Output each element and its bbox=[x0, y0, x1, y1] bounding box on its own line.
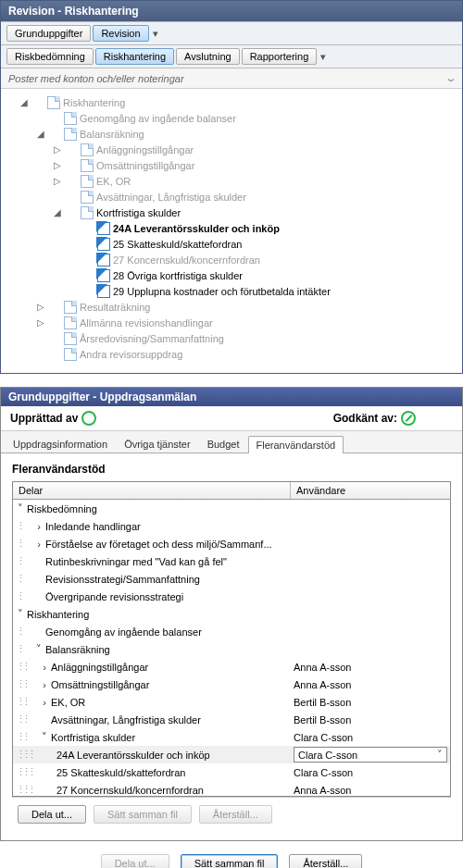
tab-grunduppgifter[interactable]: Grunduppgifter bbox=[6, 25, 91, 42]
tree-row[interactable]: ▸Genomgång av ingående balanser bbox=[1, 110, 458, 126]
pen-icon bbox=[97, 238, 110, 251]
toolbar-sub: Riskbedömning Riskhantering Avslutning R… bbox=[1, 44, 462, 68]
outer-satt-samman-button[interactable]: Sätt samman fil bbox=[181, 854, 279, 868]
tab-uppdragsinformation[interactable]: Uppdragsinformation bbox=[5, 435, 116, 453]
grid: Delar Användare ˅Riskbedömning ⋮›Inledan… bbox=[12, 481, 451, 797]
tabs-panel2: Uppdragsinformation Övriga tjänster Budg… bbox=[1, 431, 462, 453]
grid-row[interactable]: ⋮⋮›OmsättningstillgångarAnna A-sson bbox=[13, 676, 450, 693]
tab-ovriga-tjanster[interactable]: Övriga tjänster bbox=[116, 435, 199, 453]
grid-row[interactable]: ⋮›Övergripande revisionsstrategi bbox=[13, 588, 450, 605]
grid-row[interactable]: ⋮˅Balansräkning bbox=[13, 640, 450, 658]
collapse-icon[interactable]: ◢ bbox=[34, 127, 47, 142]
satt-samman-button: Sätt samman fil bbox=[94, 805, 192, 824]
grid-row[interactable]: ⋮⋮›Avsättningar, Långfristiga skulderBer… bbox=[13, 711, 450, 728]
grid-row[interactable]: ˅Riskbedömning bbox=[13, 500, 450, 517]
tree-row[interactable]: ▸Andra revisorsuppdrag bbox=[1, 346, 458, 362]
grid-row[interactable]: ⋮›Förståelse av företaget och dess miljö… bbox=[13, 535, 450, 552]
expand-icon[interactable]: ▷ bbox=[51, 174, 64, 189]
expand-icon[interactable]: ▷ bbox=[51, 143, 64, 157]
expand-icon[interactable]: ▷ bbox=[34, 300, 47, 315]
status-slash-icon[interactable] bbox=[401, 411, 416, 426]
revision-panel: Revision - Riskhantering Grunduppgifter … bbox=[0, 0, 463, 374]
tab-budget[interactable]: Budget bbox=[199, 435, 248, 453]
grid-row[interactable]: ⋮⋮›AnläggningstillgångarAnna A-sson bbox=[13, 658, 450, 676]
expand-icon[interactable]: › bbox=[40, 662, 49, 673]
tree-row[interactable]: ▸Årsredovisning/Sammanfattning bbox=[1, 330, 458, 346]
tree-row[interactable]: ▷Allmänna revisionshandlingar bbox=[1, 315, 458, 330]
col-anvandare[interactable]: Användare bbox=[291, 482, 450, 499]
tab-riskbedomning[interactable]: Riskbedömning bbox=[6, 48, 94, 65]
grid-row[interactable]: ˅Riskhantering bbox=[13, 605, 450, 623]
expand-icon[interactable]: › bbox=[34, 521, 44, 532]
tab-riskhantering[interactable]: Riskhantering bbox=[95, 48, 174, 65]
panel2-title: Grunduppgifter - Uppdragsanmälan bbox=[1, 388, 462, 406]
tree-row[interactable]: ▸Avsättningar, Långfristiga skulder bbox=[1, 189, 458, 205]
collapse-icon[interactable]: ◢ bbox=[51, 205, 64, 220]
tree-row[interactable]: ◢Kortfristiga skulder bbox=[1, 205, 458, 220]
grid-row[interactable]: ⋮›Revisionsstrategi/Sammanfattning bbox=[13, 570, 450, 588]
grid-body[interactable]: ˅Riskbedömning ⋮›Inledande handlingar ⋮›… bbox=[13, 500, 450, 796]
grid-row[interactable]: ⋮⋮˅Kortfristiga skulderClara C-sson bbox=[13, 728, 450, 746]
expand-icon[interactable]: › bbox=[34, 539, 44, 550]
outer-button-row: Dela ut... Sätt samman fil Återställ... bbox=[0, 841, 463, 868]
expand-icon[interactable]: › bbox=[40, 679, 49, 690]
tree-row[interactable]: ▸27 Koncernskuld/koncernfordran bbox=[1, 252, 458, 267]
tree-row[interactable]: ▸29 Upplupna kostnader och förutbetalda … bbox=[1, 283, 458, 299]
collapse-icon[interactable]: ˅ bbox=[16, 502, 25, 515]
grid-row-selected[interactable]: ⋮⋮⋮›24A Leverantörsskulder och inköpClar… bbox=[13, 746, 450, 763]
col-delar[interactable]: Delar bbox=[13, 482, 291, 499]
approval-bar: Upprättad av Godkänt av: bbox=[1, 406, 462, 431]
expand-icon[interactable]: › bbox=[40, 697, 49, 708]
outer-aterstall-button[interactable]: Återställ... bbox=[289, 854, 362, 868]
expand-icon[interactable]: ▷ bbox=[34, 316, 47, 330]
filter-label: Poster med konton och/eller noteringar bbox=[8, 73, 184, 84]
toolbar-main: Grunduppgifter Revision ▾ bbox=[1, 21, 462, 45]
section-title: Fleranvändarstöd bbox=[12, 463, 451, 476]
tab-rapportering[interactable]: Rapportering bbox=[242, 48, 318, 65]
expand-icon[interactable]: ▷ bbox=[51, 158, 64, 173]
aterstall-button: Återställ... bbox=[199, 805, 272, 824]
outer-dela-ut-button: Dela ut... bbox=[101, 854, 169, 868]
collapse-icon[interactable]: ˅ bbox=[16, 608, 25, 620]
section-fleranvandarstod: Fleranvändarstöd Delar Användare ˅Riskbe… bbox=[1, 453, 462, 840]
grid-row[interactable]: ⋮›Rutinbeskrivningar med "Vad kan gå fel… bbox=[13, 552, 450, 570]
status-ring-icon[interactable] bbox=[81, 411, 96, 426]
tree-row[interactable]: ▷Resultaträkning bbox=[1, 299, 458, 315]
toolbar-sub-overflow-icon[interactable]: ▾ bbox=[319, 49, 328, 65]
tree-row[interactable]: ◢Riskhantering bbox=[1, 94, 458, 110]
tree-row[interactable]: ▷EK, OR bbox=[1, 173, 458, 189]
tree-row[interactable]: ▷Anläggningstillgångar bbox=[1, 142, 458, 157]
tree-row[interactable]: ▷Omsättningstillgångar bbox=[1, 157, 458, 173]
doc-icon bbox=[81, 159, 94, 172]
grid-row[interactable]: ⋮⋮›EK, ORBertil B-sson bbox=[13, 693, 450, 711]
doc-icon bbox=[64, 316, 77, 329]
grid-row[interactable]: ⋮⋮⋮›25 Skatteskuld/skattefordranClara C-… bbox=[13, 763, 450, 781]
tree-view: ◢Riskhantering ▸Genomgång av ingående ba… bbox=[1, 89, 462, 373]
doc-icon bbox=[81, 191, 94, 204]
doc-icon bbox=[47, 96, 60, 109]
collapse-icon[interactable]: ˅ bbox=[34, 643, 44, 655]
tree-row[interactable]: ◢Balansräkning bbox=[1, 126, 458, 142]
dela-ut-button[interactable]: Dela ut... bbox=[18, 805, 86, 824]
pen-icon bbox=[97, 222, 110, 235]
doc-icon bbox=[64, 348, 77, 361]
doc-icon bbox=[64, 301, 77, 314]
user-select[interactable]: Clara C-sson˅ bbox=[294, 747, 447, 763]
chevron-down-icon: ⌄ bbox=[444, 72, 457, 84]
collapse-icon[interactable]: ◢ bbox=[18, 95, 31, 110]
collapse-icon[interactable]: ˅ bbox=[40, 731, 49, 743]
tab-revision[interactable]: Revision bbox=[93, 25, 148, 42]
filter-bar[interactable]: Poster med konton och/eller noteringar ⌄ bbox=[1, 68, 462, 89]
tree-row[interactable]: ▸25 Skatteskuld/skattefordran bbox=[1, 236, 458, 252]
inner-button-row: Dela ut... Sätt samman fil Återställ... bbox=[12, 797, 451, 831]
toolbar-overflow-icon[interactable]: ▾ bbox=[151, 26, 160, 42]
tree-row[interactable]: ▸28 Övriga kortfristiga skulder bbox=[1, 267, 458, 283]
grid-row[interactable]: ⋮›Genomgång av ingående balanser bbox=[13, 623, 450, 640]
chevron-down-icon: ˅ bbox=[437, 749, 443, 761]
grid-row[interactable]: ⋮›Inledande handlingar bbox=[13, 517, 450, 535]
tree-row[interactable]: ▸24A Leverantörsskulder och inköp bbox=[1, 220, 458, 236]
tab-avslutning[interactable]: Avslutning bbox=[176, 48, 240, 65]
pen-icon bbox=[97, 285, 110, 298]
grid-row[interactable]: ⋮⋮⋮›27 Koncernskuld/koncernfordranAnna A… bbox=[13, 781, 450, 796]
tab-fleranvandarstod[interactable]: Fleranvändarstöd bbox=[248, 436, 344, 453]
